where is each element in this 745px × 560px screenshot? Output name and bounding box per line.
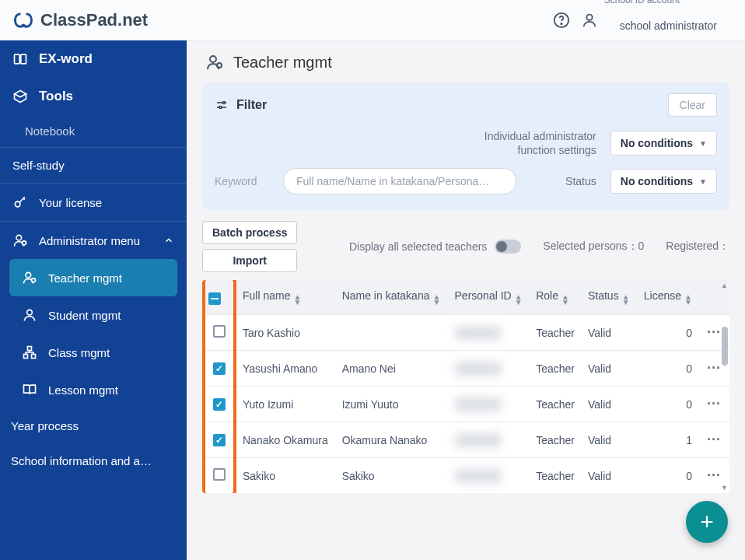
row-checkbox[interactable] — [213, 434, 226, 446]
row-more-button[interactable]: ··· — [707, 360, 721, 376]
sidebar-label: Lesson mgmt — [48, 383, 118, 397]
user-icon — [581, 12, 598, 29]
sidebar-item-teacher-mgmt[interactable]: Teacher mgmt — [9, 259, 177, 296]
cell-katakana: Sakiko — [336, 458, 449, 494]
row-more-button[interactable]: ··· — [707, 396, 721, 411]
caret-down-icon: ▼ — [699, 139, 707, 148]
sidebar-label: Class mgmt — [48, 346, 110, 359]
cell-role: Teacher — [530, 458, 582, 494]
cell-status: Valid — [582, 351, 637, 387]
sidebar-item-year-process[interactable]: Year process — [0, 408, 187, 443]
batch-process-button[interactable]: Batch process — [202, 221, 297, 244]
row-more-button[interactable]: ··· — [707, 432, 721, 447]
svg-rect-13 — [32, 355, 36, 359]
sidebar-item-selfstudy[interactable]: Self-study — [0, 148, 187, 183]
sort-icon: ▲▼ — [293, 294, 301, 305]
scroll-down-arrow[interactable]: ▼ — [721, 484, 728, 492]
row-checkbox[interactable] — [213, 468, 226, 481]
box-icon — [12, 89, 28, 104]
logo[interactable]: ClassPad.net — [12, 9, 148, 31]
org-icon — [22, 345, 37, 360]
row-more-button[interactable]: ··· — [707, 324, 721, 340]
sidebar-item-exword[interactable]: EX-word — [0, 40, 187, 78]
scroll-up-arrow[interactable]: ▲ — [721, 282, 728, 289]
col-role[interactable]: Role▲▼ — [530, 280, 582, 315]
sidebar-item-tools[interactable]: Tools — [0, 78, 187, 115]
row-checkbox[interactable] — [213, 325, 226, 338]
sliders-icon — [215, 98, 229, 112]
display-all-toggle[interactable] — [495, 240, 521, 254]
select-all-checkbox[interactable] — [208, 292, 221, 305]
sidebar-label: Administrator menu — [39, 234, 140, 247]
sort-icon: ▲▼ — [684, 294, 692, 305]
sidebar-label: Self-study — [12, 159, 65, 172]
admin-submenu: Teacher mgmt Student mgmt Class mgmt Les… — [0, 259, 187, 478]
scroll-thumb[interactable] — [722, 327, 728, 366]
top-bar: ClassPad.net School ID account school ad… — [0, 0, 745, 40]
sidebar-label: Teacher mgmt — [48, 271, 122, 285]
svg-rect-3 — [15, 54, 20, 64]
account-main: school administrator — [604, 6, 733, 45]
sidebar-label: Year process — [11, 419, 79, 432]
sidebar-label: Your license — [39, 196, 102, 209]
add-button[interactable]: + — [686, 501, 728, 543]
cell-katakana: Izumi Yuuto — [336, 387, 449, 422]
dictionary-icon — [12, 51, 28, 67]
sidebar-item-license[interactable]: Your license — [0, 184, 187, 221]
cell-katakana: Amano Nei — [336, 351, 449, 387]
cell-personal-id — [449, 351, 530, 387]
import-button[interactable]: Import — [202, 249, 297, 272]
cell-full-name: Yasushi Amano — [236, 351, 336, 387]
account-block[interactable]: School ID account school administrator — [581, 0, 733, 45]
caret-down-icon: ▼ — [699, 177, 707, 186]
cell-license: 1 — [637, 422, 698, 458]
row-checkbox[interactable] — [213, 362, 226, 375]
cell-role: Teacher — [530, 351, 582, 387]
account-sub: School ID account — [604, 0, 733, 6]
teacher-table: Full name▲▼ Name in katakana▲▼ Personal … — [202, 280, 729, 493]
admin-settings-dropdown[interactable]: No conditions ▼ — [610, 131, 717, 156]
col-personal-id[interactable]: Personal ID▲▼ — [449, 280, 530, 315]
clear-button[interactable]: Clear — [668, 93, 717, 117]
cell-katakana — [336, 315, 449, 351]
row-more-button[interactable]: ··· — [707, 467, 721, 483]
row-checkbox[interactable] — [213, 398, 226, 411]
col-license[interactable]: License▲▼ — [637, 280, 698, 315]
svg-point-17 — [219, 107, 222, 109]
cell-personal-id — [449, 315, 530, 351]
topbar-right: School ID account school administrator — [553, 0, 733, 45]
sidebar-item-class-mgmt[interactable]: Class mgmt — [0, 334, 187, 371]
plus-icon: + — [700, 509, 714, 535]
svg-point-6 — [16, 235, 22, 240]
sidebar-label: Student mgmt — [48, 309, 121, 322]
sidebar: EX-word Tools Notebook Self-study Your l… — [0, 40, 187, 560]
sidebar-item-lesson-mgmt[interactable]: Lesson mgmt — [0, 371, 187, 408]
cell-status: Valid — [582, 387, 637, 422]
admin-icon — [12, 233, 28, 248]
cell-full-name: Yuto Izumi — [236, 387, 336, 422]
keyword-input[interactable] — [283, 168, 516, 194]
table-scrollbar[interactable]: ▲ ▼ — [720, 280, 729, 493]
svg-point-9 — [32, 278, 36, 282]
cell-personal-id — [449, 458, 530, 494]
sidebar-item-school-info[interactable]: School information and a… — [0, 443, 187, 478]
chevron-up-icon — [163, 235, 174, 246]
dropdown-value: No conditions — [621, 175, 693, 187]
sidebar-item-admin-menu[interactable]: Administrator menu — [0, 222, 187, 259]
cell-role: Teacher — [530, 315, 582, 351]
cell-status: Valid — [582, 458, 637, 494]
col-status[interactable]: Status▲▼ — [582, 280, 637, 315]
sidebar-item-student-mgmt[interactable]: Student mgmt — [0, 296, 187, 334]
svg-point-5 — [15, 201, 20, 207]
help-icon[interactable] — [553, 12, 570, 29]
status-dropdown[interactable]: No conditions ▼ — [610, 169, 717, 194]
col-full-name[interactable]: Full name▲▼ — [236, 280, 336, 315]
cell-license: 0 — [637, 458, 698, 494]
svg-point-15 — [217, 63, 222, 68]
col-katakana[interactable]: Name in katakana▲▼ — [336, 280, 449, 315]
sidebar-item-notebook[interactable]: Notebook — [0, 115, 187, 147]
cell-personal-id — [449, 422, 530, 458]
cell-license: 0 — [637, 351, 698, 387]
status-label: Status — [565, 175, 596, 187]
dropdown-value: No conditions — [621, 137, 693, 149]
